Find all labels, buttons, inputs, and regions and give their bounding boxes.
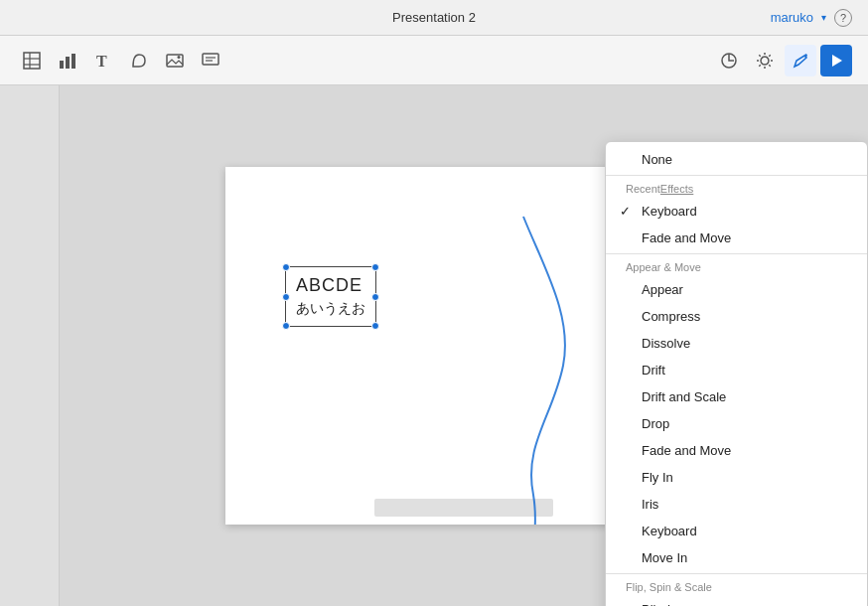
handle-bottom-right[interactable]	[371, 322, 379, 330]
handle-mid-left[interactable]	[282, 293, 290, 301]
comment-button[interactable]	[195, 45, 226, 76]
user-dropdown-arrow[interactable]: ▾	[821, 12, 826, 23]
menu-separator-2	[606, 253, 867, 254]
svg-rect-5	[66, 57, 70, 69]
media-icon	[165, 51, 185, 71]
text-button[interactable]: T	[87, 45, 119, 76]
comment-icon	[201, 51, 220, 71]
shapes-icon	[129, 51, 149, 71]
table-button[interactable]	[16, 45, 48, 76]
slide-number-bar	[374, 499, 553, 517]
menu-item-dissolve[interactable]: Dissolve	[606, 330, 867, 357]
toolbar: T	[0, 36, 868, 85]
settings-icon	[755, 51, 775, 71]
title-bar: Presentation 2 maruko ▾ ?	[0, 0, 868, 36]
media-button[interactable]	[159, 45, 191, 76]
section-header-appear-move: Appear & Move	[606, 256, 867, 276]
svg-text:T: T	[96, 53, 107, 70]
text-box[interactable]: ABCDE あいうえお	[285, 266, 376, 327]
menu-separator-1	[606, 175, 867, 176]
menu-item-keyboard-recent[interactable]: Keyboard	[606, 198, 867, 225]
svg-rect-10	[203, 54, 218, 65]
menu-item-compress[interactable]: Compress	[606, 303, 867, 330]
text-icon: T	[93, 51, 113, 71]
section-header-recent: RecentEffects	[606, 178, 867, 198]
svg-rect-0	[24, 53, 40, 69]
menu-item-none[interactable]: None	[606, 146, 867, 173]
settings-button[interactable]	[749, 45, 781, 76]
svg-rect-6	[72, 54, 75, 69]
table-icon	[22, 51, 42, 71]
present-icon	[828, 53, 844, 69]
dropdown-menu: None RecentEffects Keyboard Fade and Mov…	[605, 141, 868, 606]
svg-rect-8	[167, 55, 183, 67]
animate-button[interactable]	[713, 45, 745, 76]
slide-panel	[0, 85, 60, 606]
user-name[interactable]: maruko	[771, 10, 813, 25]
menu-item-appear[interactable]: Appear	[606, 276, 867, 303]
menu-separator-3	[606, 573, 867, 574]
menu-item-drift-scale[interactable]: Drift and Scale	[606, 383, 867, 410]
handle-bottom-left[interactable]	[282, 322, 290, 330]
menu-item-fade-and-move[interactable]: Fade and Move	[606, 437, 867, 464]
menu-item-fade-move-recent[interactable]: Fade and Move	[606, 225, 867, 251]
main-area: ABCDE あいうえお None RecentEffects Keyboard …	[0, 85, 868, 606]
format-paint-button[interactable]	[785, 45, 816, 76]
handle-mid-right[interactable]	[371, 293, 379, 301]
handle-top-right[interactable]	[371, 263, 379, 271]
text-line-1: ABCDE	[296, 275, 365, 296]
menu-item-drift[interactable]: Drift	[606, 357, 867, 383]
window-title: Presentation 2	[392, 10, 476, 25]
chart-icon	[58, 51, 77, 71]
present-button[interactable]	[820, 45, 852, 76]
format-paint-icon	[791, 51, 810, 71]
handle-top-left[interactable]	[282, 263, 290, 271]
shapes-button[interactable]	[123, 45, 155, 76]
section-header-flip-spin: Flip, Spin & Scale	[606, 576, 867, 596]
menu-item-move-in[interactable]: Move In	[606, 544, 867, 571]
menu-item-fly-in[interactable]: Fly In	[606, 464, 867, 491]
menu-item-keyboard[interactable]: Keyboard	[606, 518, 867, 544]
text-line-2: あいうえお	[296, 300, 365, 318]
svg-marker-14	[832, 55, 842, 67]
chart-button[interactable]	[52, 45, 83, 76]
svg-point-9	[178, 56, 181, 59]
title-bar-right: maruko ▾ ?	[771, 9, 852, 27]
menu-item-blinds[interactable]: Blinds	[606, 596, 867, 606]
toolbar-right	[713, 45, 852, 76]
menu-item-iris[interactable]: Iris	[606, 491, 867, 518]
svg-rect-4	[60, 61, 64, 69]
menu-item-drop[interactable]: Drop	[606, 410, 867, 437]
animate-icon	[719, 51, 739, 71]
help-button[interactable]: ?	[834, 9, 852, 27]
